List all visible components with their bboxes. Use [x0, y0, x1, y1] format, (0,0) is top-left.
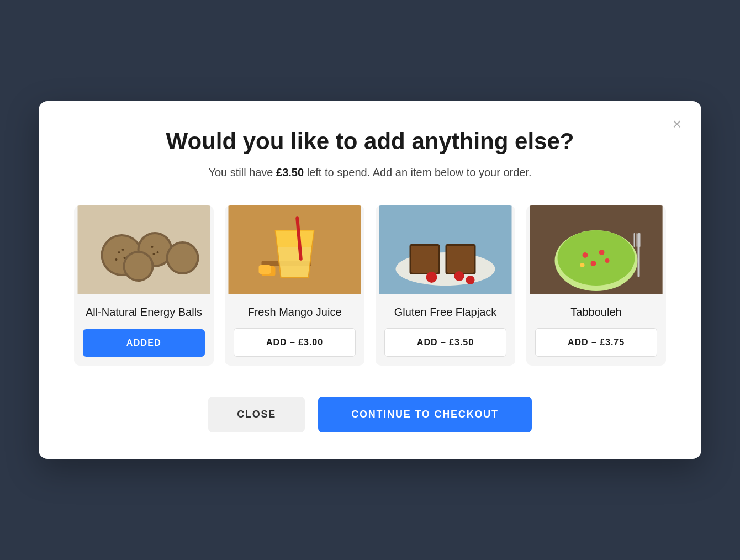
svg-point-9 [118, 251, 120, 253]
checkout-button[interactable]: CONTINUE TO CHECKOUT [318, 397, 532, 432]
svg-point-11 [115, 258, 118, 261]
modal-close-icon[interactable]: × [668, 114, 686, 134]
product-action-flapjack: ADD – £3.50 [384, 328, 506, 357]
svg-rect-20 [259, 265, 271, 274]
svg-point-12 [122, 249, 124, 251]
product-name-energy-balls: All-Natural Energy Balls [74, 294, 214, 329]
product-name-mango-juice: Fresh Mango Juice [225, 294, 364, 328]
product-card-tabbouleh: TabboulehADD – £3.75 [526, 205, 666, 366]
modal-title: Would you like to add anything else? [74, 128, 666, 155]
product-image-energy-balls [74, 205, 214, 294]
page-overlay: × Would you like to add anything else? Y… [0, 0, 740, 560]
product-image-tabbouleh [526, 205, 666, 294]
svg-point-33 [558, 230, 635, 286]
svg-rect-24 [411, 246, 438, 273]
subtitle-prefix: You still have [208, 166, 276, 178]
modal-dialog: × Would you like to add anything else? Y… [39, 101, 701, 459]
product-name-tabbouleh: Tabbouleh [526, 294, 666, 328]
products-grid: All-Natural Energy BallsADDED Fresh Mang… [74, 205, 666, 366]
product-action-energy-balls: ADDED [83, 329, 205, 357]
svg-point-29 [466, 276, 475, 284]
svg-point-38 [580, 263, 585, 267]
modal-subtitle: You still have £3.50 left to spend. Add … [74, 166, 666, 179]
svg-rect-40 [634, 233, 635, 247]
product-btn-mango-juice[interactable]: ADD – £3.00 [234, 328, 356, 357]
subtitle-suffix: left to spend. Add an item below to your… [304, 166, 531, 178]
product-action-tabbouleh: ADD – £3.75 [535, 328, 657, 357]
product-btn-tabbouleh[interactable]: ADD – £3.75 [535, 328, 657, 357]
product-name-flapjack: Gluten Free Flapjack [376, 294, 515, 328]
close-button[interactable]: CLOSE [208, 397, 305, 432]
svg-rect-26 [447, 246, 474, 273]
product-image-mango-juice [225, 205, 364, 294]
product-card-mango-juice: Fresh Mango JuiceADD – £3.00 [225, 205, 364, 366]
svg-rect-42 [639, 233, 641, 247]
subtitle-amount: £3.50 [276, 166, 304, 178]
product-btn-flapjack[interactable]: ADD – £3.50 [384, 328, 506, 357]
svg-point-15 [153, 253, 155, 255]
svg-point-13 [151, 246, 154, 248]
product-image-flapjack [376, 205, 515, 294]
svg-point-37 [605, 258, 610, 263]
svg-point-8 [125, 253, 152, 279]
modal-footer: CLOSE CONTINUE TO CHECKOUT [74, 397, 666, 432]
svg-rect-41 [637, 233, 638, 247]
product-card-energy-balls: All-Natural Energy BallsADDED [74, 205, 214, 366]
svg-point-35 [599, 250, 605, 255]
svg-point-14 [157, 251, 159, 253]
product-card-flapjack: Gluten Free FlapjackADD – £3.50 [376, 205, 515, 366]
svg-point-28 [454, 271, 464, 281]
svg-point-10 [124, 257, 126, 259]
svg-point-34 [583, 252, 588, 258]
svg-point-36 [591, 261, 596, 266]
svg-point-6 [168, 244, 197, 272]
product-btn-energy-balls[interactable]: ADDED [83, 329, 205, 357]
product-action-mango-juice: ADD – £3.00 [234, 328, 356, 357]
svg-point-27 [426, 272, 437, 283]
